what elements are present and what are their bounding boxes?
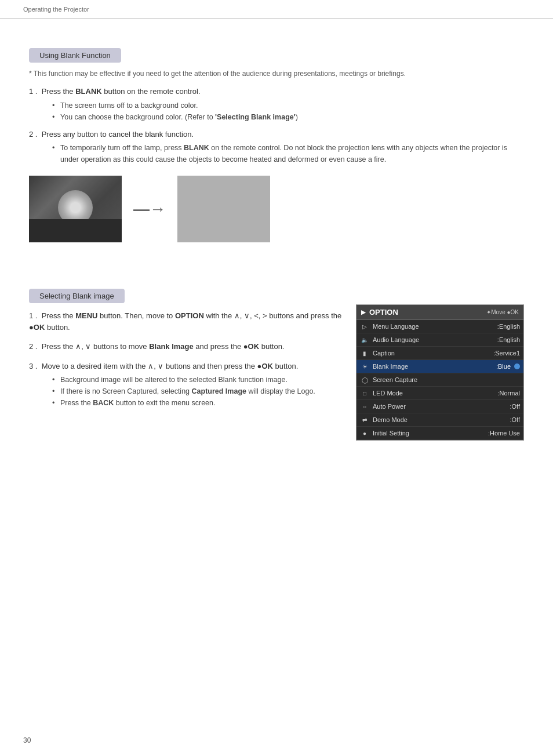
section2-step3-bullets: Background image will be altered to the … [52, 374, 524, 409]
osd-controls: ✦Move ●OK [486, 309, 519, 315]
blank-image-indicator [514, 364, 520, 369]
step2-bullets: To temporarily turn off the lamp, press … [52, 142, 524, 165]
step1: 1 . Press the BLANK button on the remote… [29, 86, 524, 123]
before-image [29, 176, 122, 242]
image-row: —→ [29, 176, 524, 242]
blank-bold: BLANK [75, 87, 102, 96]
section1-note: * This function may be effective if you … [29, 70, 524, 78]
osd-row-audio-language: 🔈 Audio Language :English [356, 333, 523, 347]
caption-icon: ▮ [360, 348, 369, 358]
section2-content: ▶ OPTION ✦Move ●OK ▷ Menu Language :Engl… [29, 310, 524, 441]
blank-bold2: BLANK [184, 144, 209, 152]
step1-bullets: The screen turns off to a background col… [52, 100, 524, 123]
osd-row-menu-language: ▷ Menu Language :English [356, 320, 523, 333]
section2-step2-text: 2 . Press the ∧, ∨ buttons to move Blank… [29, 342, 284, 351]
ok-bold3: ●OK [257, 362, 273, 370]
bullet-item: To temporarily turn off the lamp, press … [52, 142, 524, 165]
audio-language-label: Audio Language [373, 336, 494, 343]
caption-value: :Service1 [493, 350, 520, 357]
demo-mode-value: :Off [510, 416, 520, 423]
osd-title: ▶ OPTION [361, 308, 398, 317]
after-image-blank [177, 176, 270, 242]
section1-label: Using Blank Function [29, 48, 121, 63]
osd-row-blank-image: ☀ Blank Image :Blue [356, 360, 523, 373]
section2-label: Selecting Blank image [29, 289, 125, 303]
blank-image-label: Blank Image [373, 363, 493, 370]
menu-language-label: Menu Language [373, 323, 494, 330]
section-gap [29, 260, 524, 283]
blank-image-icon: ☀ [360, 362, 369, 371]
option-bold: OPTION [175, 311, 204, 320]
page-header: Operating the Projector [0, 0, 553, 19]
osd-header: ▶ OPTION ✦Move ●OK [356, 305, 523, 320]
selecting-blank-link: 'Selecting Blank image' [215, 113, 296, 121]
caption-label: Caption [373, 350, 490, 357]
section1: Using Blank Function * This function may… [29, 48, 524, 242]
audio-language-value: :English [497, 336, 520, 343]
step2-number: 2 . Press any button to cancel the blank… [29, 130, 194, 139]
arrow-icon: —→ [133, 200, 166, 219]
ok-bold2: ●OK [243, 342, 259, 351]
bullet-item: Background image will be altered to the … [52, 374, 524, 386]
osd-title-text: OPTION [369, 308, 398, 317]
demo-mode-icon: ⇄ [360, 415, 369, 424]
initial-setting-icon: ● [360, 428, 369, 438]
osd-row-caption: ▮ Caption :Service1 [356, 347, 523, 360]
blank-image-value: :Blue [496, 363, 511, 370]
page-footer: 30 [23, 736, 31, 744]
blank-image-bold: Blank Image [149, 342, 194, 351]
captured-image-bold: Captured Image [192, 387, 246, 395]
menu-language-icon: ▷ [360, 322, 369, 331]
initial-setting-value: :Home Use [488, 430, 520, 437]
osd-menu: ▶ OPTION ✦Move ●OK ▷ Menu Language :Engl… [356, 304, 524, 441]
back-bold: BACK [93, 399, 114, 407]
osd-row-initial-setting: ● Initial Setting :Home Use [356, 427, 523, 440]
bullet-item: Press the BACK button to exit the menu s… [52, 397, 524, 409]
content-area: Using Blank Function * This function may… [0, 19, 553, 464]
osd-icon-film: ▶ [361, 309, 366, 315]
osd-row-demo-mode: ⇄ Demo Mode :Off [356, 413, 523, 427]
step1-number: 1 . Press the BLANK button on the remote… [29, 87, 201, 96]
bullet-item: The screen turns off to a background col… [52, 100, 524, 111]
menu-bold: MENU [75, 311, 97, 320]
demo-mode-label: Demo Mode [373, 416, 506, 423]
section2-step1-text: 1 . Press the MENU button. Then, move to… [29, 311, 341, 332]
initial-setting-label: Initial Setting [373, 430, 485, 437]
bullet-item: If there is no Screen Captured, selectin… [52, 386, 524, 397]
menu-language-value: :English [497, 323, 520, 330]
bullet-item: You can choose the background color. (Re… [52, 111, 524, 123]
page-number: 30 [23, 736, 31, 744]
header-title: Operating the Projector [23, 6, 89, 13]
section2: Selecting Blank image ▶ OPTION ✦Move ●OK… [29, 289, 524, 441]
step2: 2 . Press any button to cancel the blank… [29, 129, 524, 166]
audio-language-icon: 🔈 [360, 335, 369, 344]
section2-step3-text: 3 . Move to a desired item with the ∧, ∨… [29, 362, 298, 370]
ok-bold1: ●OK [29, 323, 45, 332]
